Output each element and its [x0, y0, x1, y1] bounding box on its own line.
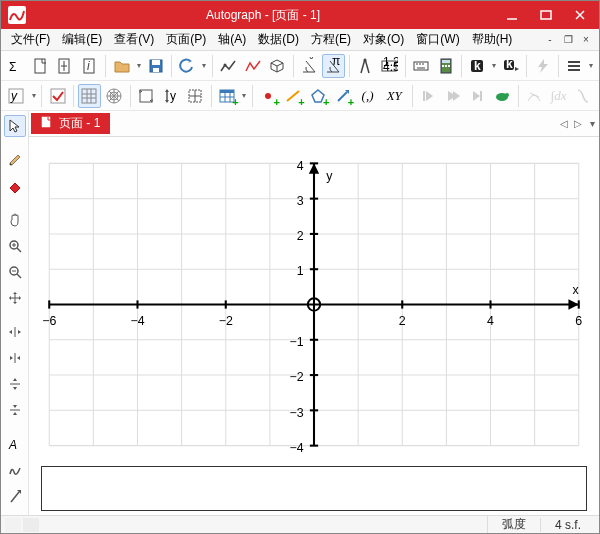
- text-tool[interactable]: A: [4, 433, 26, 455]
- integral-button[interactable]: ∫dx: [547, 84, 570, 108]
- play-start-button[interactable]: [416, 84, 439, 108]
- menu-window[interactable]: 窗口(W): [410, 29, 465, 50]
- stretch-in-h-tool[interactable]: [4, 347, 26, 369]
- chart-stats-button[interactable]: [217, 54, 240, 78]
- menu-axis[interactable]: 轴(A): [212, 29, 252, 50]
- maximize-button[interactable]: [529, 1, 563, 29]
- pencil-tool[interactable]: [4, 149, 26, 171]
- menu-page[interactable]: 页面(P): [160, 29, 212, 50]
- stretch-out-v-tool[interactable]: [4, 373, 26, 395]
- info-page-button[interactable]: i: [79, 54, 102, 78]
- open-dropdown[interactable]: ▾: [135, 61, 142, 70]
- hand-tool[interactable]: [4, 209, 26, 231]
- svg-marker-95: [13, 292, 17, 294]
- zoom-in-tool[interactable]: [4, 235, 26, 257]
- arrow-up-tool[interactable]: [4, 485, 26, 507]
- grid-button[interactable]: [78, 84, 101, 108]
- menu-file[interactable]: 文件(F): [5, 29, 56, 50]
- tab-page-1[interactable]: 页面 - 1: [31, 113, 110, 134]
- svg-text:−4: −4: [290, 441, 304, 455]
- tangent-button[interactable]: [523, 84, 546, 108]
- eraser-tool[interactable]: [4, 175, 26, 197]
- turtle-button[interactable]: [491, 84, 514, 108]
- zoom-out-tool[interactable]: [4, 261, 26, 283]
- save-button[interactable]: [144, 54, 167, 78]
- undo-dropdown[interactable]: ▾: [200, 61, 207, 70]
- constant-dropdown[interactable]: ▾: [490, 61, 497, 70]
- mdi-restore-button[interactable]: ❐: [559, 32, 577, 48]
- menu-help[interactable]: 帮助(H): [466, 29, 519, 50]
- menu-view[interactable]: 查看(V): [108, 29, 160, 50]
- mdi-minimize-button[interactable]: -: [541, 32, 559, 48]
- angle-rad-button[interactable]: π: [322, 54, 345, 78]
- stretch-in-v-tool[interactable]: [4, 399, 26, 421]
- polar-grid-button[interactable]: [103, 84, 126, 108]
- keyboard-button[interactable]: [410, 54, 433, 78]
- svg-rect-78: [480, 91, 482, 101]
- undo-button[interactable]: [176, 54, 199, 78]
- svg-rect-31: [445, 65, 447, 67]
- autoscale-button[interactable]: [135, 84, 158, 108]
- number-format-button[interactable]: 1.234.56: [378, 54, 401, 78]
- xy-button[interactable]: XY: [381, 84, 408, 108]
- y-axis-label-button[interactable]: y: [5, 84, 28, 108]
- svg-rect-114: [42, 117, 50, 127]
- new-page-2d-button[interactable]: [54, 54, 77, 78]
- table-dropdown[interactable]: ▾: [241, 91, 249, 100]
- play-pause-button[interactable]: [441, 84, 464, 108]
- open-button[interactable]: [110, 54, 133, 78]
- svg-rect-45: [82, 89, 96, 103]
- titlebar: Autograph - [页面 - 1]: [1, 1, 599, 29]
- svg-text:A: A: [8, 438, 17, 452]
- line-seg-button[interactable]: +: [282, 84, 305, 108]
- menu-lines-button[interactable]: [563, 54, 586, 78]
- minimize-button[interactable]: [495, 1, 529, 29]
- constant-k-play-button[interactable]: k: [500, 54, 523, 78]
- y-axis-dropdown[interactable]: ▾: [30, 91, 38, 100]
- vector-button[interactable]: +: [331, 84, 354, 108]
- toolbar-2: y ▾ y + ▾ + + + + (,) XY ∫dx: [1, 81, 599, 111]
- flash-button[interactable]: [531, 54, 554, 78]
- function-button[interactable]: [572, 84, 595, 108]
- svg-marker-106: [13, 378, 17, 381]
- menu-equation[interactable]: 方程(E): [305, 29, 357, 50]
- close-button[interactable]: [563, 1, 597, 29]
- plot-area[interactable]: −6−4−2246−4−3−2−11234xy: [41, 149, 587, 460]
- menu-edit[interactable]: 编辑(E): [56, 29, 108, 50]
- menu-object[interactable]: 对象(O): [357, 29, 410, 50]
- zoom-box-tool[interactable]: [4, 287, 26, 309]
- tab-menu-button[interactable]: ▾: [585, 111, 599, 136]
- stretch-out-h-tool[interactable]: [4, 321, 26, 343]
- angle-deg-button[interactable]: °: [298, 54, 321, 78]
- chart-line-button[interactable]: [241, 54, 264, 78]
- calculator-button[interactable]: [434, 54, 457, 78]
- check-button[interactable]: [46, 84, 69, 108]
- graph-canvas[interactable]: −6−4−2246−4−3−2−11234xy: [29, 137, 599, 515]
- coord-button[interactable]: (,): [356, 84, 379, 108]
- constant-k-button[interactable]: k: [466, 54, 489, 78]
- scale-y-button[interactable]: y: [159, 84, 182, 108]
- mdi-close-button[interactable]: ×: [577, 32, 595, 48]
- svg-text:3: 3: [297, 194, 304, 208]
- results-box[interactable]: [41, 466, 587, 511]
- menu-lines-dropdown[interactable]: ▾: [587, 61, 594, 70]
- point-button[interactable]: +: [257, 84, 280, 108]
- tab-prev-button[interactable]: ◁: [557, 111, 571, 136]
- compass-button[interactable]: [354, 54, 377, 78]
- scribble-tool[interactable]: [4, 459, 26, 481]
- new-page-button[interactable]: [30, 54, 53, 78]
- svg-marker-96: [13, 302, 17, 304]
- play-next-button[interactable]: [466, 84, 489, 108]
- app-icon: [7, 5, 27, 25]
- pointer-tool[interactable]: [4, 115, 26, 137]
- table-button[interactable]: +: [216, 84, 239, 108]
- tab-next-button[interactable]: ▷: [571, 111, 585, 136]
- shape-button[interactable]: +: [307, 84, 330, 108]
- chart-3d-button[interactable]: [266, 54, 289, 78]
- menu-data[interactable]: 数据(D): [252, 29, 305, 50]
- status-swatch-2: [23, 518, 39, 532]
- equal-aspect-button[interactable]: [184, 84, 207, 108]
- svg-marker-100: [9, 330, 12, 334]
- sigma-button[interactable]: Σ: [5, 54, 28, 78]
- svg-line-91: [17, 274, 21, 278]
